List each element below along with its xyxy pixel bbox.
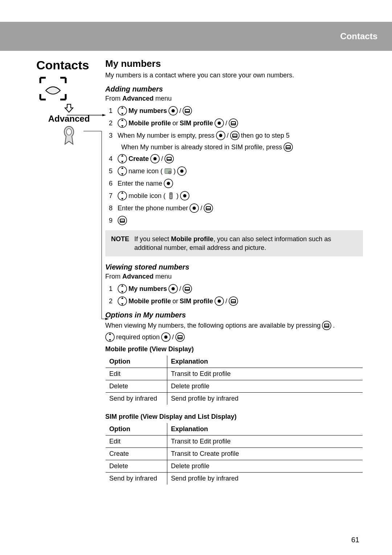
text: When viewing My numbers, the following o… (105, 322, 320, 329)
adding-steps: 1 My numbers / 2 Mobile profile or SIM p… (105, 105, 363, 227)
step-text: Mobile profile (128, 117, 171, 129)
step-number: 1 (109, 283, 116, 295)
step-text: My numbers (128, 105, 167, 117)
step-text: When My number is already stored in SIM … (121, 142, 282, 153)
nav-icon (118, 191, 127, 200)
table-row: DeleteDelete profile (106, 460, 363, 473)
softkey-icon (183, 106, 192, 116)
text: ) (176, 190, 179, 202)
table-row: Send by infraredSend profile by infrared (106, 393, 363, 405)
step-8: 8 Enter the phone number / (109, 202, 363, 214)
td: Delete (106, 460, 167, 473)
arrow-down-icon (64, 104, 74, 113)
td: Send profile by infrared (167, 393, 363, 405)
table-row: EditTransit to Edit profile (106, 436, 363, 448)
name-icon (164, 167, 172, 175)
center-dot-icon (161, 332, 171, 342)
softkey-icon (118, 216, 127, 225)
softkey-icon (204, 203, 213, 213)
nav-icon (105, 332, 115, 342)
step-number: 7 (109, 190, 116, 202)
step-text: mobile icon ( (128, 190, 166, 202)
step-number: 2 (109, 117, 116, 129)
step-number: 6 (109, 177, 116, 190)
th: Explanation (167, 356, 363, 368)
td: Transit to Edit profile (167, 436, 363, 448)
viewing-from-line: From Advanced menu (105, 273, 363, 280)
note-text: If you select Mobile profile, you can al… (134, 235, 357, 252)
nav-icon (118, 296, 127, 306)
center-dot-icon (180, 191, 189, 200)
softkey-icon (283, 142, 293, 152)
th: Explanation (167, 423, 363, 436)
step-text: then go to step 5 (241, 129, 290, 142)
table-mobile-profile: Option Explanation EditTransit to Edit p… (105, 355, 363, 405)
connector-line-1 (67, 114, 107, 116)
text: . (333, 322, 335, 329)
step-text: My numbers (128, 283, 167, 295)
section-intro: My numbers is a contact where you can st… (105, 72, 363, 79)
table-row: Send by infraredSend profile by infrared (106, 473, 363, 485)
softkey-icon (229, 118, 238, 128)
td: Send profile by infrared (167, 473, 363, 485)
step-9: 9 (109, 214, 363, 227)
th: Option (106, 356, 167, 368)
slash: / (225, 295, 227, 307)
top-whitespace (0, 0, 392, 22)
slash: / (161, 153, 163, 165)
td: Send by infrared (106, 393, 167, 405)
step-5: 5 name icon ( ) (109, 165, 363, 177)
main-column: My numbers My numbers is a contact where… (102, 58, 363, 485)
nav-icon (118, 154, 127, 163)
center-dot-icon (215, 118, 224, 128)
text: required option (116, 333, 160, 341)
table2-title: SIM profile (View Display and List Displ… (105, 413, 363, 421)
options-heading: Options in My numbers (105, 311, 363, 319)
options-intro-line: When viewing My numbers, the following o… (105, 321, 363, 330)
nav-icon (118, 166, 127, 176)
center-dot-icon (168, 284, 178, 293)
step-number: 9 (109, 214, 116, 227)
text: If you select (134, 235, 171, 243)
center-dot-icon (189, 203, 199, 213)
td: Send by infrared (106, 473, 167, 485)
step-text: SIM profile (180, 117, 213, 129)
slash: / (227, 129, 229, 142)
table-row: CreateTransit to Create profile (106, 448, 363, 460)
text: menu (154, 273, 172, 280)
text-bold: Advanced (122, 273, 154, 280)
softkey-icon (175, 332, 185, 342)
ribbon-icon (62, 126, 75, 146)
step-text: Mobile profile (128, 295, 171, 307)
table1-title: Mobile profile (View Display) (105, 345, 363, 353)
table-row: EditTransit to Edit profile (106, 368, 363, 380)
step-4: 4 Create / (109, 153, 363, 165)
table-header-row: Option Explanation (106, 356, 363, 368)
softkey-icon (230, 131, 240, 140)
text: From (105, 273, 122, 280)
table-header-row: Option Explanation (106, 423, 363, 436)
step-7: 7 mobile icon ( ) (109, 190, 363, 202)
center-dot-icon (215, 296, 224, 306)
center-dot-icon (168, 106, 178, 116)
center-dot-icon (150, 154, 160, 163)
note-box: NOTE If you select Mobile profile, you c… (105, 230, 363, 256)
view-step-2: 2 Mobile profile or SIM profile / (109, 295, 363, 307)
page-header-band: Contacts (0, 22, 392, 51)
step-number: 4 (109, 153, 116, 165)
slash: / (225, 117, 227, 129)
center-dot-icon (216, 131, 225, 140)
step-text: name icon ( (128, 165, 163, 177)
page-number: 61 (351, 536, 359, 544)
softkey-icon (164, 154, 174, 163)
step-text: SIM profile (180, 295, 213, 307)
step-number: 3 (109, 129, 116, 142)
step-number: 2 (109, 295, 116, 307)
adding-heading: Adding numbers (105, 85, 363, 93)
step-6: 6 Enter the name (109, 177, 363, 190)
step-number: 5 (109, 165, 116, 177)
step-text: Enter the phone number (118, 202, 188, 214)
center-dot-icon (177, 166, 187, 176)
text: or (172, 117, 178, 129)
text: menu (154, 95, 172, 102)
